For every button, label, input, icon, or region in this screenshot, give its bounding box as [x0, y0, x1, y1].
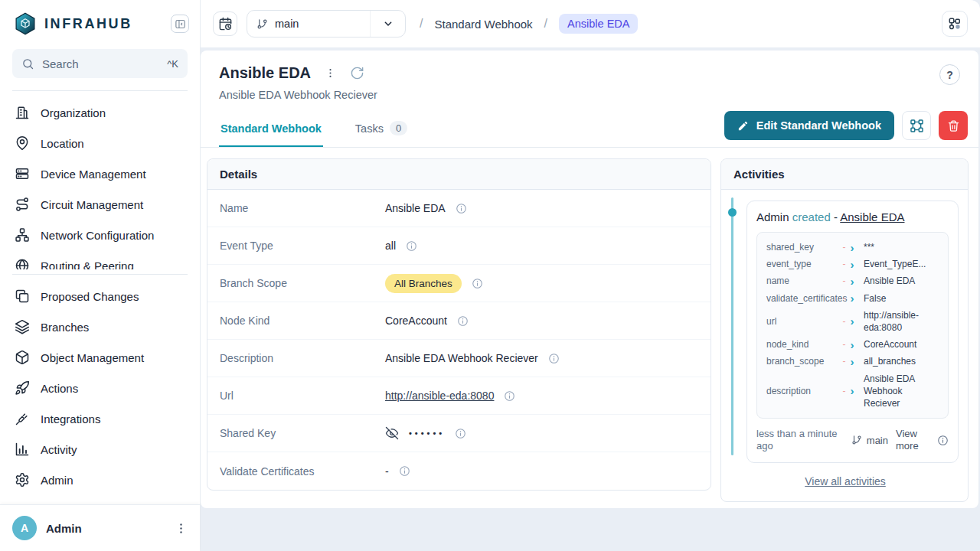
- activities-card-title: Activities: [721, 159, 968, 190]
- sidebar-item-routing-peering[interactable]: Routing & Peering: [0, 250, 200, 269]
- tab-standard-webhook[interactable]: Standard Webhook: [219, 110, 323, 147]
- diff-removed-symbol: -: [843, 316, 846, 327]
- url-link[interactable]: http://ansible-eda:8080: [385, 390, 494, 402]
- info-icon[interactable]: [504, 390, 515, 402]
- topbar: main / Standard Webhook / Ansible EDA: [201, 0, 980, 47]
- delete-button[interactable]: [939, 111, 968, 140]
- search-input[interactable]: Search ^K: [12, 49, 188, 78]
- info-icon[interactable]: [472, 278, 483, 289]
- info-icon[interactable]: [457, 315, 469, 327]
- view-all-activities-link[interactable]: View all activities: [732, 475, 959, 487]
- time-travel-button[interactable]: [213, 11, 237, 36]
- page-kebab-icon[interactable]: [325, 67, 336, 79]
- eye-off-icon[interactable]: [385, 426, 399, 440]
- sidebar-collapse-button[interactable]: [171, 15, 189, 33]
- avatar: A: [12, 516, 37, 540]
- activity-action: created: [792, 210, 831, 223]
- page-subtitle: Ansible EDA Webhook Reciever: [219, 89, 960, 101]
- sidebar-item-activity[interactable]: Activity: [0, 434, 200, 465]
- activity-timestamp: less than a minute ago: [756, 428, 844, 453]
- globe-icon: [15, 258, 30, 269]
- sidebar-item-admin[interactable]: Admin: [0, 465, 200, 495]
- detail-label: Event Type: [220, 240, 385, 252]
- tab-label: Tasks: [355, 122, 384, 135]
- property-diff-symbols: - ›: [839, 259, 858, 270]
- info-icon[interactable]: [937, 435, 949, 446]
- sidebar-item-label: Actions: [41, 382, 78, 395]
- branch-selector[interactable]: main: [247, 10, 406, 37]
- refresh-icon[interactable]: [350, 66, 364, 80]
- sidebar-item-branches[interactable]: Branches: [0, 311, 200, 342]
- view-more-link[interactable]: View more: [896, 428, 929, 453]
- sidebar-item-location[interactable]: Location: [0, 128, 200, 158]
- activity-entry-title: Admin created - Ansible EDA: [756, 210, 949, 223]
- sidebar-item-label: Admin: [41, 474, 74, 487]
- sidebar-group: Organization Location Device Management …: [0, 97, 200, 269]
- git-branch-icon: [256, 18, 268, 30]
- info-icon[interactable]: [548, 353, 560, 364]
- detail-row: Event Type all: [207, 227, 710, 265]
- manage-groups-button[interactable]: [902, 111, 931, 140]
- info-icon[interactable]: [456, 203, 467, 214]
- trash-icon: [947, 119, 960, 132]
- edit-standard-webhook-button[interactable]: Edit Standard Webhook: [724, 111, 894, 140]
- sidebar-nav: Organization Location Device Management …: [0, 91, 200, 504]
- info-icon[interactable]: [399, 465, 410, 477]
- user-menu[interactable]: A Admin: [0, 504, 200, 551]
- sidebar-item-circuit-management[interactable]: Circuit Management: [0, 189, 200, 220]
- detail-row: Node Kind CoreAccount: [207, 302, 710, 340]
- sidebar-item-network-configuration[interactable]: Network Configuration: [0, 220, 200, 250]
- activity-property-row: validate_certificates - › False: [766, 290, 940, 307]
- detail-value: ••••••: [385, 426, 466, 440]
- user-kebab-icon[interactable]: [175, 522, 188, 535]
- detail-label: Name: [220, 202, 385, 214]
- sidebar-item-integrations[interactable]: Integrations: [0, 403, 200, 434]
- activity-object-link[interactable]: Ansible EDA: [840, 210, 904, 223]
- help-button[interactable]: ?: [939, 64, 960, 85]
- route-icon: [15, 197, 30, 212]
- sidebar-item-proposed-changes[interactable]: Proposed Changes: [0, 281, 200, 311]
- activity-property-row: name - › Ansible EDA: [766, 272, 940, 289]
- sidebar-group-divider: [12, 274, 188, 275]
- tab-tasks[interactable]: Tasks 0: [354, 109, 409, 148]
- detail-text-value: CoreAccount: [385, 315, 447, 327]
- chevron-down-icon: [382, 18, 394, 30]
- breadcrumb-item-standard-webhook[interactable]: Standard Webhook: [434, 18, 532, 31]
- property-value: Ansible EDA Webhook Reciever: [864, 373, 940, 410]
- page-header: Ansible EDA Ansible EDA Webhook Reciever…: [201, 51, 978, 101]
- search-icon: [21, 57, 34, 70]
- diff-removed-symbol: -: [843, 386, 846, 396]
- sidebar-group: Proposed Changes Branches Object Managem…: [0, 281, 200, 495]
- sidebar-item-object-management[interactable]: Object Management: [0, 342, 200, 373]
- branch-selector-value[interactable]: main: [247, 11, 370, 37]
- detail-row: Shared Key ••••••: [207, 415, 710, 452]
- details-rows: Name Ansible EDA Event Type all Branch S…: [207, 190, 710, 490]
- property-key: name: [766, 276, 839, 286]
- breadcrumb: / Standard Webhook / Ansible EDA: [420, 14, 638, 34]
- infrahub-logo-icon: [14, 12, 37, 35]
- diff-added-symbol: ›: [851, 276, 854, 287]
- sidebar-item-label: Location: [41, 137, 84, 150]
- sidebar-item-actions[interactable]: Actions: [0, 373, 200, 403]
- info-icon[interactable]: [406, 240, 417, 252]
- detail-row: Branch Scope All Branches: [207, 265, 710, 302]
- sidebar-item-device-management[interactable]: Device Management: [0, 158, 200, 189]
- page-title: Ansible EDA: [219, 64, 311, 82]
- schema-visualizer-button[interactable]: [942, 11, 968, 37]
- branch-selector-toggle[interactable]: [370, 11, 405, 37]
- detail-row: Name Ansible EDA: [207, 190, 710, 227]
- detail-label: Description: [220, 352, 385, 364]
- property-key: node_kind: [766, 339, 839, 350]
- detail-value: all: [385, 240, 417, 252]
- diff-removed-symbol: -: [843, 339, 846, 350]
- detail-value: http://ansible-eda:8080: [385, 390, 515, 402]
- tasks-count-badge: 0: [390, 121, 407, 135]
- diff-removed-symbol: -: [843, 293, 846, 304]
- detail-value: Ansible EDA Webhook Reciever: [385, 352, 560, 364]
- sidebar-item-organization[interactable]: Organization: [0, 97, 200, 128]
- info-icon[interactable]: [455, 428, 466, 439]
- detail-value: All Branches: [385, 274, 483, 293]
- detail-label: Url: [220, 390, 385, 402]
- sidebar-item-label: Device Management: [41, 168, 146, 181]
- breadcrumb-item-ansible-eda[interactable]: Ansible EDA: [559, 14, 638, 34]
